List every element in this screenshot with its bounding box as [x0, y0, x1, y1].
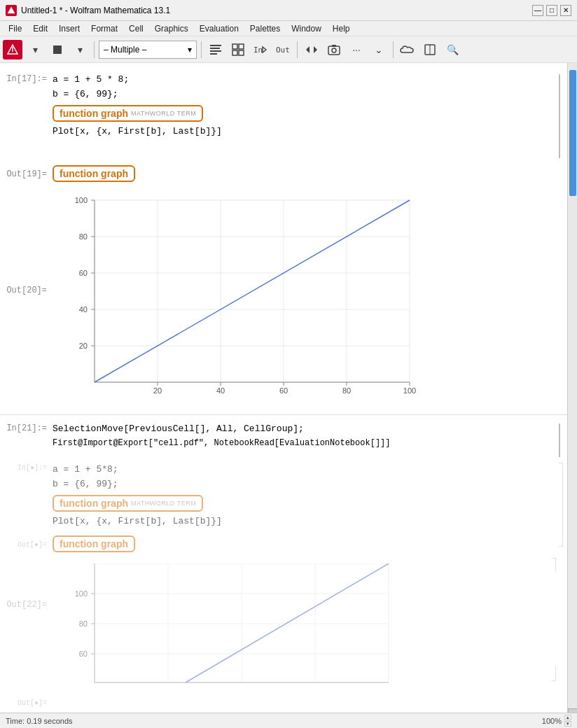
- toolbar-move-btn[interactable]: [302, 40, 321, 59]
- toolbar-chevron-down[interactable]: ⌄: [369, 40, 389, 59]
- cell-out19-label: Out[19]=: [0, 168, 53, 179]
- cell-out20-content: 20 40 60 80 100 20 40 60: [53, 190, 556, 406]
- svg-rect-6: [210, 50, 221, 52]
- svg-marker-0: [8, 7, 15, 13]
- toolbar-chevron[interactable]: ▾: [70, 40, 90, 59]
- svg-rect-9: [239, 44, 244, 49]
- svg-point-18: [332, 48, 336, 52]
- cell-in17: In[17]:= a = 1 + 5 * 8; b = {6, 99}; fun…: [0, 70, 567, 161]
- svg-text:100: 100: [403, 386, 416, 395]
- toolbar-cloud-btn[interactable]: [398, 40, 417, 59]
- code-in21-line2[interactable]: First@Import@Export["cell.pdf", Notebook…: [53, 437, 542, 450]
- cell-out22-label: Out[22]=: [0, 558, 53, 610]
- cell-in21-content: SelectionMove[PreviousCell[], All, CellG…: [53, 422, 556, 450]
- fg-badge2-sub: MATHWORLD TERM: [131, 500, 196, 507]
- menu-cell[interactable]: Cell: [123, 22, 149, 35]
- cell-outgray: Out[●]= function graph: [0, 531, 567, 556]
- fg-badge2-text: function graph: [60, 498, 128, 509]
- cell-out19: Out[19]= function graph: [0, 161, 567, 186]
- svg-rect-5: [210, 48, 220, 49]
- cell-outgray2-label: Out[●]=: [0, 698, 53, 707]
- app-logo: [3, 40, 22, 59]
- toolbar-grid-btn[interactable]: [228, 40, 248, 59]
- cell-bracket-in21: [556, 422, 564, 457]
- menu-palettes[interactable]: Palettes: [244, 22, 286, 35]
- window-title: Untitled-1 * - Wolfram Mathematica 13.1: [21, 6, 170, 15]
- cell-out19-content: function graph: [53, 162, 556, 185]
- toolbar-search-btn[interactable]: 🔍: [443, 40, 462, 59]
- cell-in17-label: In[17]:=: [0, 73, 53, 84]
- code-in17-line3[interactable]: Plot[x, {x, First[b], Last[b]}]: [53, 125, 542, 139]
- cell-out20: Out[20]=: [0, 186, 567, 410]
- zoom-down-btn[interactable]: ▾: [564, 721, 571, 727]
- zoom-arrows: ▴ ▾: [564, 715, 571, 727]
- svg-marker-15: [306, 46, 310, 53]
- zoom-up-btn[interactable]: ▴: [564, 715, 571, 720]
- scrollbar[interactable]: ▴ ▾: [567, 63, 577, 728]
- menu-evaluation[interactable]: Evaluation: [194, 22, 244, 35]
- svg-rect-19: [332, 45, 336, 47]
- function-graph-badge-out19[interactable]: function graph: [53, 165, 135, 182]
- function-graph-badge-1[interactable]: function graph MATHWORLD TERM: [53, 105, 203, 122]
- style-dropdown[interactable]: – Multiple – ▾: [99, 41, 197, 59]
- title-bar: Untitled-1 * - Wolfram Mathematica 13.1 …: [0, 0, 577, 21]
- cell-ingray-content: a = 1 + 5*8; b = {6, 99}; function graph…: [53, 463, 556, 528]
- app-icon: [6, 5, 17, 16]
- maximize-button[interactable]: □: [546, 5, 557, 16]
- imported-cells-section: In[●]:= a = 1 + 5*8; b = {6, 99}; functi…: [0, 460, 567, 708]
- function-graph-badge-outgray[interactable]: function graph: [53, 536, 135, 552]
- close-button[interactable]: ✕: [560, 5, 571, 16]
- cell-out22: Out[22]=: [0, 556, 567, 696]
- code-in17-line1[interactable]: a = 1 + 5 * 8;: [53, 73, 542, 88]
- fg-badge-outgray-text: function graph: [60, 538, 128, 550]
- status-right: 100% ▴ ▾: [542, 715, 571, 727]
- svg-rect-3: [53, 46, 62, 54]
- scrollbar-thumb[interactable]: [569, 70, 576, 196]
- notebook: In[17]:= a = 1 + 5 * 8; b = {6, 99}; fun…: [0, 63, 567, 728]
- menu-graphics[interactable]: Graphics: [149, 22, 194, 35]
- zoom-level: 100%: [542, 717, 562, 725]
- code-ingray-line3[interactable]: Plot[x, {x, First[b], Last[b]}]: [53, 514, 542, 529]
- toolbar-format-btn[interactable]: [206, 40, 225, 59]
- toolbar-input-btn[interactable]: In: [251, 40, 270, 59]
- minimize-button[interactable]: —: [532, 5, 543, 16]
- code-in21-line1[interactable]: SelectionMove[PreviousCell[], All, CellG…: [53, 422, 542, 437]
- svg-text:80: 80: [79, 620, 88, 628]
- svg-rect-4: [210, 45, 221, 46]
- svg-text:60: 60: [279, 386, 288, 395]
- plot1-svg: 20 40 60 80 100 20 40 60: [53, 193, 424, 403]
- toolbar-output-btn[interactable]: Out: [273, 40, 293, 59]
- svg-text:20: 20: [153, 386, 162, 395]
- menu-insert[interactable]: Insert: [53, 22, 85, 35]
- toolbar-stop-btn[interactable]: [48, 40, 67, 59]
- menu-bar: File Edit Insert Format Cell Graphics Ev…: [0, 21, 577, 36]
- toolbar-ellipsis-btn[interactable]: ···: [347, 40, 366, 59]
- menu-file[interactable]: File: [3, 22, 27, 35]
- svg-text:Out: Out: [276, 46, 290, 55]
- menu-window[interactable]: Window: [286, 22, 327, 35]
- content-area: In[17]:= a = 1 + 5 * 8; b = {6, 99}; fun…: [0, 63, 577, 728]
- function-graph-badge-2[interactable]: function graph MATHWORLD TERM: [53, 495, 203, 512]
- title-bar-left: Untitled-1 * - Wolfram Mathematica 13.1: [6, 5, 170, 16]
- cell-in21: In[21]:= SelectionMove[PreviousCell[], A…: [0, 419, 567, 460]
- cell-bracket-in17: [556, 73, 564, 158]
- toolbar-camera-btn[interactable]: [324, 40, 344, 59]
- toolbar-book-btn[interactable]: [420, 40, 440, 59]
- cell-out22-content: 60 80 100: [53, 561, 556, 692]
- svg-rect-17: [328, 46, 340, 55]
- cell-in17-content: a = 1 + 5 * 8; b = {6, 99}; function gra…: [53, 73, 556, 139]
- svg-rect-11: [239, 50, 244, 55]
- toolbar-dropdown-arrow[interactable]: ▾: [25, 40, 45, 59]
- code-ingray-line1[interactable]: a = 1 + 5*8;: [53, 463, 542, 477]
- fg-badge1-sub: MATHWORLD TERM: [131, 110, 196, 117]
- menu-format[interactable]: Format: [85, 22, 123, 35]
- cell-in21-label: In[21]:=: [0, 422, 53, 433]
- svg-text:40: 40: [216, 386, 225, 395]
- code-ingray-line2[interactable]: b = {6, 99};: [53, 477, 542, 492]
- svg-text:40: 40: [79, 305, 88, 314]
- plot2-svg: 60 80 100: [53, 564, 403, 690]
- section-divider-1: [0, 414, 567, 415]
- menu-edit[interactable]: Edit: [27, 22, 53, 35]
- menu-help[interactable]: Help: [327, 22, 356, 35]
- code-in17-line2[interactable]: b = {6, 99};: [53, 88, 542, 102]
